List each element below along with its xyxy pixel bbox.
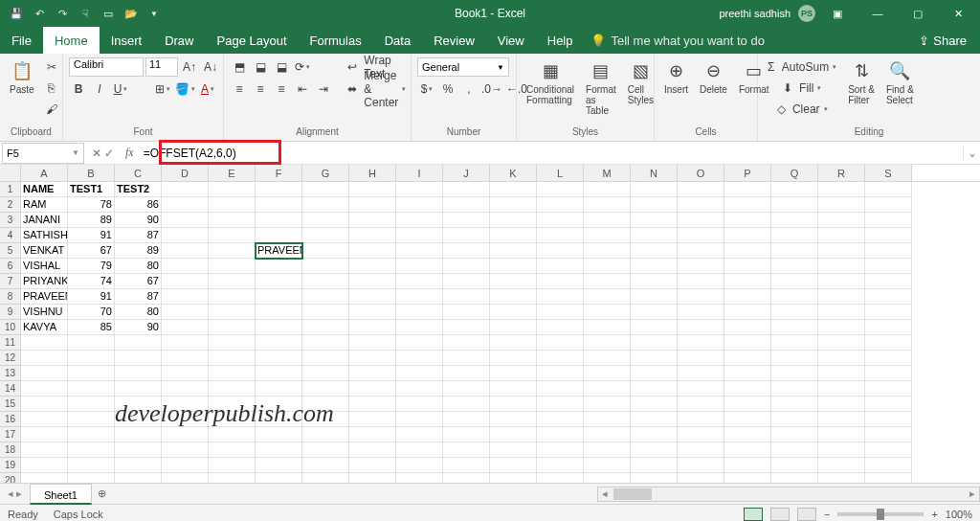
- cell[interactable]: 89: [115, 243, 162, 259]
- cell[interactable]: [256, 182, 302, 197]
- cell[interactable]: [537, 305, 584, 320]
- row-header[interactable]: 7: [0, 274, 21, 289]
- cell[interactable]: [537, 335, 584, 351]
- cell[interactable]: 89: [68, 213, 115, 228]
- cell[interactable]: [21, 366, 68, 381]
- sheet-tab[interactable]: Sheet1: [30, 484, 92, 505]
- cell[interactable]: [818, 427, 865, 442]
- cell[interactable]: [302, 259, 349, 274]
- fx-icon[interactable]: fx: [120, 146, 140, 160]
- cell[interactable]: [771, 442, 818, 458]
- cell[interactable]: [490, 458, 537, 473]
- cell[interactable]: [490, 473, 537, 483]
- column-header[interactable]: C: [115, 165, 162, 181]
- row-header[interactable]: 1: [0, 182, 21, 197]
- cell[interactable]: 80: [115, 305, 162, 320]
- accounting-format-button[interactable]: $: [417, 79, 436, 99]
- cell[interactable]: [21, 351, 68, 366]
- cell[interactable]: [771, 473, 818, 483]
- format-painter-button[interactable]: 🖌: [42, 100, 61, 119]
- cell[interactable]: [162, 182, 209, 197]
- cell[interactable]: [209, 320, 256, 335]
- cell[interactable]: [349, 335, 396, 351]
- cell[interactable]: [209, 473, 256, 483]
- cell[interactable]: [443, 259, 490, 274]
- cell[interactable]: [490, 213, 537, 228]
- cell[interactable]: [349, 243, 396, 259]
- tab-insert[interactable]: Insert: [100, 27, 154, 54]
- cell[interactable]: [396, 213, 443, 228]
- cell[interactable]: 67: [115, 274, 162, 289]
- cell[interactable]: [302, 320, 349, 335]
- cell[interactable]: [162, 442, 209, 458]
- cell[interactable]: [443, 213, 490, 228]
- cell[interactable]: [724, 305, 771, 320]
- cell[interactable]: [256, 366, 302, 381]
- cell[interactable]: [818, 228, 865, 243]
- column-header[interactable]: I: [396, 165, 443, 181]
- cell[interactable]: [631, 320, 678, 335]
- cell[interactable]: [678, 366, 724, 381]
- cell[interactable]: [21, 396, 68, 412]
- cell[interactable]: [724, 289, 771, 305]
- cell[interactable]: [256, 335, 302, 351]
- cell[interactable]: [396, 289, 443, 305]
- cell[interactable]: TEST2: [115, 182, 162, 197]
- cell[interactable]: [302, 458, 349, 473]
- cell[interactable]: [631, 473, 678, 483]
- cell[interactable]: [349, 259, 396, 274]
- cell[interactable]: NAME: [21, 182, 68, 197]
- cell[interactable]: [349, 228, 396, 243]
- cell[interactable]: [396, 381, 443, 396]
- cell[interactable]: [678, 182, 724, 197]
- cell[interactable]: [631, 289, 678, 305]
- cell[interactable]: [537, 197, 584, 213]
- cell[interactable]: [349, 213, 396, 228]
- cell[interactable]: [537, 427, 584, 442]
- cell[interactable]: [584, 274, 631, 289]
- cell[interactable]: [162, 213, 209, 228]
- cell[interactable]: [631, 366, 678, 381]
- cell[interactable]: [865, 351, 912, 366]
- cell[interactable]: [865, 412, 912, 427]
- zoom-out-button[interactable]: −: [824, 509, 830, 520]
- tab-data[interactable]: Data: [373, 27, 422, 54]
- row-header[interactable]: 19: [0, 458, 21, 473]
- cell[interactable]: [68, 381, 115, 396]
- cell[interactable]: [818, 458, 865, 473]
- cell[interactable]: [818, 412, 865, 427]
- cell[interactable]: [584, 259, 631, 274]
- cell[interactable]: [771, 274, 818, 289]
- expand-formula-bar-icon[interactable]: ⌄: [963, 147, 980, 160]
- delete-cells-button[interactable]: ⊖Delete: [696, 57, 731, 97]
- cell[interactable]: [678, 305, 724, 320]
- cell[interactable]: [678, 396, 724, 412]
- cell[interactable]: [396, 197, 443, 213]
- cell[interactable]: [302, 213, 349, 228]
- font-color-button[interactable]: A: [198, 79, 217, 99]
- row-header[interactable]: 9: [0, 305, 21, 320]
- cell[interactable]: [302, 473, 349, 483]
- row-header[interactable]: 8: [0, 289, 21, 305]
- cell[interactable]: [396, 243, 443, 259]
- column-header[interactable]: O: [678, 165, 724, 181]
- cell[interactable]: [724, 213, 771, 228]
- cell[interactable]: VISHAL: [21, 259, 68, 274]
- cell[interactable]: [209, 442, 256, 458]
- cell[interactable]: 90: [115, 213, 162, 228]
- cell[interactable]: [771, 427, 818, 442]
- cell[interactable]: [724, 366, 771, 381]
- column-header[interactable]: G: [302, 165, 349, 181]
- orientation-button[interactable]: ⟳: [293, 57, 312, 77]
- share-button[interactable]: ⇪ Share: [905, 34, 980, 48]
- cell[interactable]: [162, 473, 209, 483]
- cell[interactable]: [771, 259, 818, 274]
- cell[interactable]: [443, 182, 490, 197]
- select-all-corner[interactable]: [0, 165, 21, 182]
- cell[interactable]: [443, 473, 490, 483]
- column-header[interactable]: M: [584, 165, 631, 181]
- cell[interactable]: [631, 381, 678, 396]
- cell[interactable]: [256, 259, 302, 274]
- cell[interactable]: [209, 427, 256, 442]
- cell[interactable]: [68, 396, 115, 412]
